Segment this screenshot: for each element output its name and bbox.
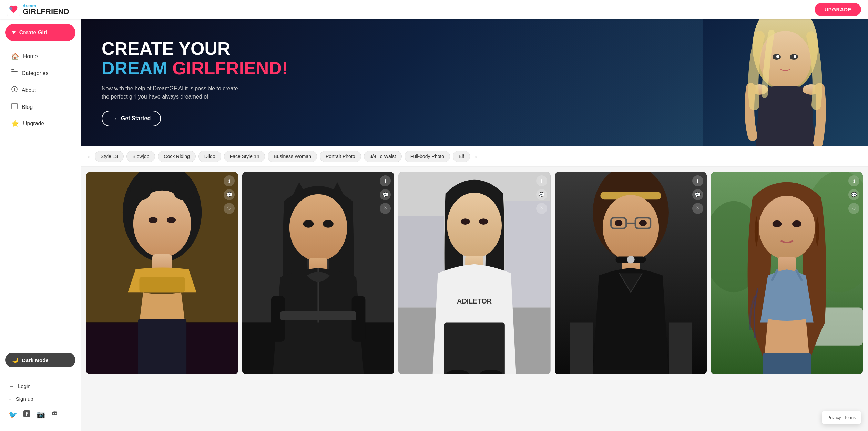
login-icon: → bbox=[9, 383, 14, 389]
home-icon: 🏠 bbox=[11, 53, 19, 60]
svg-point-42 bbox=[323, 220, 334, 228]
svg-rect-74 bbox=[668, 323, 691, 375]
card-3-chat-button[interactable]: 💬 bbox=[536, 189, 547, 200]
card-4-info-button[interactable]: ℹ bbox=[692, 175, 703, 186]
create-girl-button[interactable]: ♥ Create Girl bbox=[5, 24, 75, 41]
login-link[interactable]: → Login bbox=[0, 380, 81, 392]
svg-rect-11 bbox=[13, 107, 15, 107]
svg-point-28 bbox=[130, 179, 152, 201]
card-5-figure bbox=[711, 172, 863, 374]
signup-icon: + bbox=[9, 396, 12, 402]
facebook-icon[interactable] bbox=[23, 410, 30, 419]
image-card-3[interactable]: ADILETOR ℹ 💬 ♡ bbox=[398, 172, 550, 374]
svg-text:ADILETOR: ADILETOR bbox=[457, 297, 492, 305]
filter-tag-34-waist[interactable]: 3/4 To Waist bbox=[364, 151, 402, 162]
instagram-icon[interactable]: 📷 bbox=[37, 410, 45, 419]
svg-rect-9 bbox=[13, 105, 16, 105]
svg-rect-85 bbox=[763, 353, 811, 375]
card-5-chat-button[interactable]: 💬 bbox=[848, 189, 859, 200]
signup-link[interactable]: + Sign up bbox=[0, 392, 81, 405]
hero-subtitle: Now with the help of DreamGF AI it is po… bbox=[102, 84, 239, 101]
svg-rect-10 bbox=[13, 106, 16, 106]
card-1-info-button[interactable]: ℹ bbox=[224, 175, 235, 186]
svg-rect-7 bbox=[14, 89, 15, 91]
filter-tag-blowjob[interactable]: Blowjob bbox=[126, 151, 155, 162]
svg-point-80 bbox=[772, 220, 781, 227]
card-2-heart-button[interactable]: ♡ bbox=[380, 203, 391, 214]
hero-section: CREATE YOUR DREAM GIRLFRIEND! Now with t… bbox=[81, 19, 868, 146]
filter-next-button[interactable]: › bbox=[473, 151, 479, 162]
svg-point-41 bbox=[303, 220, 314, 228]
twitter-icon[interactable]: 🐦 bbox=[9, 410, 17, 419]
filter-tag-fullbody[interactable]: Full-body Photo bbox=[405, 151, 450, 162]
upgrade-button[interactable]: UPGRADE bbox=[815, 3, 861, 16]
svg-point-20 bbox=[794, 55, 796, 58]
upgrade-star-icon: ⭐ bbox=[11, 120, 19, 127]
card-3-info-button[interactable]: ℹ bbox=[536, 175, 547, 186]
card-3-heart-button[interactable]: ♡ bbox=[536, 203, 547, 214]
svg-point-81 bbox=[792, 220, 801, 227]
hero-content: CREATE YOUR DREAM GIRLFRIEND! Now with t… bbox=[81, 22, 308, 144]
image-card-1[interactable]: ℹ 💬 ♡ bbox=[86, 172, 238, 374]
filter-tag-portrait[interactable]: Portrait Photo bbox=[320, 151, 361, 162]
card-5-actions: ℹ 💬 ♡ bbox=[848, 175, 859, 214]
hero-title: CREATE YOUR DREAM GIRLFRIEND! bbox=[102, 39, 288, 78]
cookie-notice: Privacy · Terms bbox=[822, 411, 861, 424]
card-5-info-button[interactable]: ℹ bbox=[848, 175, 859, 186]
svg-rect-33 bbox=[139, 277, 185, 292]
svg-rect-58 bbox=[444, 323, 505, 375]
discord-icon[interactable] bbox=[51, 410, 58, 419]
get-started-button[interactable]: → Get Started bbox=[102, 111, 161, 126]
svg-point-29 bbox=[173, 179, 194, 201]
svg-point-6 bbox=[14, 88, 15, 89]
filter-prev-button[interactable]: ‹ bbox=[86, 151, 92, 162]
sidebar-item-about[interactable]: About bbox=[3, 82, 78, 98]
card-2-actions: ℹ 💬 ♡ bbox=[380, 175, 391, 214]
svg-point-27 bbox=[133, 191, 191, 257]
filter-tag-cock-riding[interactable]: Cock Riding bbox=[158, 151, 195, 162]
image-grid: ℹ 💬 ♡ bbox=[81, 167, 868, 380]
filter-tag-dildo[interactable]: Dildo bbox=[198, 151, 221, 162]
svg-point-68 bbox=[615, 220, 622, 226]
svg-point-1 bbox=[9, 7, 13, 10]
dark-mode-button[interactable]: 🌙 Dark Mode bbox=[5, 353, 75, 367]
hero-woman-svg bbox=[703, 19, 868, 146]
blog-icon bbox=[11, 103, 18, 111]
logo[interactable]: dream GIRLFRIEND bbox=[7, 3, 69, 16]
svg-rect-3 bbox=[11, 71, 18, 72]
filter-tag-elf[interactable]: Elf bbox=[453, 151, 470, 162]
card-5-heart-button[interactable]: ♡ bbox=[848, 203, 859, 214]
chat-icon: 💬 bbox=[226, 192, 232, 197]
card-2-info-button[interactable]: ℹ bbox=[380, 175, 391, 186]
hero-image bbox=[435, 19, 868, 146]
card-1-heart-button[interactable]: ♡ bbox=[224, 203, 235, 214]
sidebar-item-home[interactable]: 🏠 Home bbox=[3, 49, 78, 64]
svg-rect-73 bbox=[570, 323, 593, 375]
svg-point-53 bbox=[447, 193, 502, 258]
svg-rect-2 bbox=[11, 69, 14, 70]
filter-tag-style13[interactable]: Style 13 bbox=[95, 151, 124, 162]
card-4-figure bbox=[555, 172, 707, 374]
heart-icon: ♥ bbox=[12, 29, 16, 36]
arrow-icon: → bbox=[112, 115, 118, 122]
card-1-figure bbox=[86, 172, 238, 374]
svg-point-79 bbox=[759, 196, 815, 259]
sidebar: ♥ Create Girl 🏠 Home Categories About Bl… bbox=[0, 19, 81, 431]
image-card-2[interactable]: ℹ 💬 ♡ bbox=[242, 172, 394, 374]
image-card-4[interactable]: ℹ 💬 ♡ bbox=[555, 172, 707, 374]
about-icon bbox=[11, 86, 18, 94]
card-4-chat-button[interactable]: 💬 bbox=[692, 189, 703, 200]
card-4-heart-button[interactable]: ♡ bbox=[692, 203, 703, 214]
sidebar-item-upgrade[interactable]: ⭐ Upgrade bbox=[3, 116, 78, 132]
filter-bar: ‹ Style 13 Blowjob Cock Riding Dildo Fac… bbox=[81, 146, 868, 167]
filter-tag-face-style14[interactable]: Face Style 14 bbox=[224, 151, 265, 162]
card-2-figure bbox=[242, 172, 394, 374]
card-1-chat-button[interactable]: 💬 bbox=[224, 189, 235, 200]
card-3-actions: ℹ 💬 ♡ bbox=[536, 175, 547, 214]
image-card-5[interactable]: ℹ 💬 ♡ bbox=[711, 172, 863, 374]
filter-tag-business-woman[interactable]: Business Woman bbox=[268, 151, 317, 162]
sidebar-nav: 🏠 Home Categories About Blog ⭐ Upgrade bbox=[0, 48, 81, 353]
sidebar-item-blog[interactable]: Blog bbox=[3, 99, 78, 115]
sidebar-item-categories[interactable]: Categories bbox=[3, 65, 78, 81]
card-2-chat-button[interactable]: 💬 bbox=[380, 189, 391, 200]
